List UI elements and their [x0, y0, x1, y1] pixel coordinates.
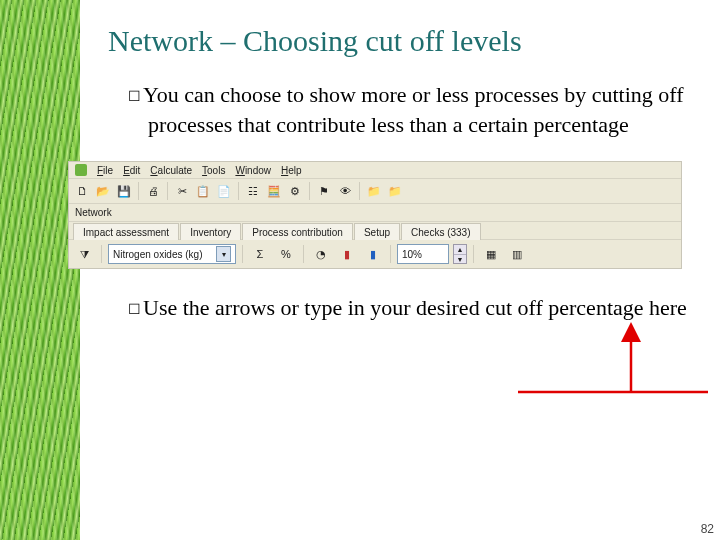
cutoff-value: 10% [402, 249, 422, 260]
copy-icon: 📋 [196, 186, 210, 197]
pie-icon: ◔ [316, 249, 326, 260]
paste-icon: 📄 [217, 186, 231, 197]
menu-edit[interactable]: Edit [123, 165, 140, 176]
bars2-button[interactable]: ▮ [362, 245, 384, 263]
bullet-2: ☐Use the arrows or type in your desired … [128, 293, 700, 323]
tab-checks[interactable]: Checks (333) [401, 223, 480, 240]
app-logo-icon [75, 164, 87, 176]
eye-button[interactable]: 👁 [336, 182, 354, 200]
tab-process-contribution[interactable]: Process contribution [242, 223, 353, 240]
bullet-1: ☐You can choose to show more or less pro… [128, 80, 700, 139]
sigma-button[interactable]: Σ [249, 245, 271, 263]
cut-button[interactable]: ✂ [173, 182, 191, 200]
window-title: Network [69, 204, 681, 222]
eye-icon: 👁 [340, 186, 351, 197]
percent-button[interactable]: % [275, 245, 297, 263]
tab-setup[interactable]: Setup [354, 223, 400, 240]
tab-row: Impact assessment Inventory Process cont… [69, 222, 681, 240]
tree-icon: ☷ [248, 186, 258, 197]
tab-impact-assessment[interactable]: Impact assessment [73, 223, 179, 240]
bullet-2-text: Use the arrows or type in your desired c… [143, 295, 687, 320]
tab-inventory[interactable]: Inventory [180, 223, 241, 240]
toolbar-separator [238, 182, 239, 200]
menu-calculate[interactable]: Calculate [150, 165, 192, 176]
funnel-button[interactable]: ⧩ [73, 245, 95, 263]
flag-icon: ⚑ [319, 186, 329, 197]
cutoff-spinner[interactable]: ▲ ▼ [453, 244, 467, 264]
folder2-icon: 📁 [388, 186, 402, 197]
folder2-button[interactable]: 📁 [386, 182, 404, 200]
cutoff-input[interactable]: 10% [397, 244, 449, 264]
slide-title: Network – Choosing cut off levels [108, 24, 700, 58]
pie-button[interactable]: ◔ [310, 245, 332, 263]
toolbar-separator [167, 182, 168, 200]
menu-bar: File Edit Calculate Tools Window Help [69, 162, 681, 179]
decorative-sidebar [0, 0, 80, 540]
flag-button[interactable]: ⚑ [315, 182, 333, 200]
bars-button[interactable]: ▮ [336, 245, 358, 263]
folder-button[interactable]: 📁 [365, 182, 383, 200]
open-icon: 📂 [96, 186, 110, 197]
toolbar-separator [138, 182, 139, 200]
open-button[interactable]: 📂 [94, 182, 112, 200]
layout1-icon: ▦ [486, 249, 496, 260]
slide-content: Network – Choosing cut off levels ☐You c… [88, 24, 700, 339]
print-button[interactable]: 🖨 [144, 182, 162, 200]
menu-file[interactable]: File [97, 165, 113, 176]
spinner-up-icon[interactable]: ▲ [454, 245, 466, 255]
copy-button[interactable]: 📋 [194, 182, 212, 200]
new-icon: 🗋 [77, 186, 88, 197]
toolbar-separator [303, 245, 304, 263]
menu-tools[interactable]: Tools [202, 165, 225, 176]
percent-icon: % [281, 249, 291, 260]
callout-arrow [518, 317, 718, 417]
spinner-down-icon[interactable]: ▼ [454, 255, 466, 264]
bullet-1-text: You can choose to show more or less proc… [143, 82, 684, 137]
print-icon: 🖨 [148, 186, 159, 197]
folder-icon: 📁 [367, 186, 381, 197]
series-combo-value: Nitrogen oxides (kg) [113, 249, 202, 260]
funnel-icon: ⧩ [80, 249, 89, 260]
save-icon: 💾 [117, 186, 131, 197]
software-screenshot: File Edit Calculate Tools Window Help 🗋 … [68, 161, 682, 269]
sigma-icon: Σ [257, 249, 264, 260]
layout1-button[interactable]: ▦ [480, 245, 502, 263]
bullet-box-icon: ☐ [128, 88, 141, 104]
parameter-toolbar: ⧩ Nitrogen oxides (kg) ▾ Σ % ◔ ▮ ▮ 10% ▲… [69, 240, 681, 268]
save-button[interactable]: 💾 [115, 182, 133, 200]
bars-icon: ▮ [344, 249, 350, 260]
page-number: 82 [701, 522, 714, 536]
layout2-icon: ▥ [512, 249, 522, 260]
series-combo[interactable]: Nitrogen oxides (kg) ▾ [108, 244, 236, 264]
toolbar-separator [390, 245, 391, 263]
chevron-down-icon: ▾ [216, 246, 231, 262]
toolbar-separator [473, 245, 474, 263]
layout2-button[interactable]: ▥ [506, 245, 528, 263]
bars2-icon: ▮ [370, 249, 376, 260]
toolbar-separator [242, 245, 243, 263]
new-button[interactable]: 🗋 [73, 182, 91, 200]
tree-button[interactable]: ☷ [244, 182, 262, 200]
toolbar-separator [359, 182, 360, 200]
toolbar-separator [309, 182, 310, 200]
cut-icon: ✂ [178, 186, 187, 197]
menu-help[interactable]: Help [281, 165, 302, 176]
menu-window[interactable]: Window [235, 165, 271, 176]
menu-file-rest: ile [103, 165, 113, 176]
gear-icon: ⚙ [290, 186, 300, 197]
calc-button[interactable]: 🧮 [265, 182, 283, 200]
paste-button[interactable]: 📄 [215, 182, 233, 200]
main-toolbar: 🗋 📂 💾 🖨 ✂ 📋 📄 ☷ 🧮 ⚙ ⚑ 👁 📁 📁 [69, 179, 681, 204]
calc-icon: 🧮 [267, 186, 281, 197]
bullet-box-icon: ☐ [128, 301, 141, 317]
toolbar-separator [101, 245, 102, 263]
gear-button[interactable]: ⚙ [286, 182, 304, 200]
